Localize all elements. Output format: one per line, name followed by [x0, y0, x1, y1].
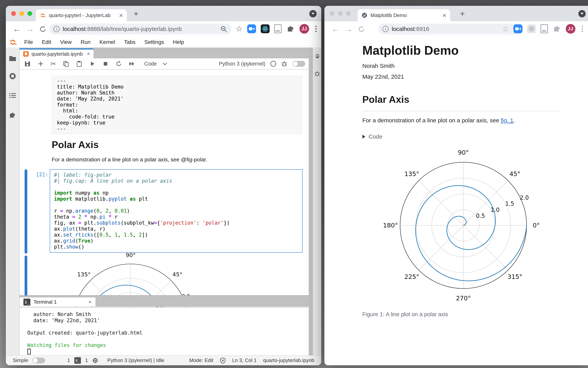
menu-tabs[interactable]: Tabs: [120, 39, 140, 45]
reload-button[interactable]: [39, 26, 47, 33]
figure-link[interactable]: fig. 1: [501, 117, 513, 123]
menu-kernel[interactable]: Kernel: [95, 39, 120, 45]
terminal-tab[interactable]: $_ Terminal 1 ×: [19, 297, 96, 306]
jupyter-favicon-icon: [40, 12, 46, 18]
browser-menu-icon[interactable]: [580, 26, 585, 32]
mode-indicator[interactable]: Mode: Edit: [189, 357, 213, 363]
notebook-file-icon: [23, 51, 29, 57]
bookmark-star-icon[interactable]: ☆: [236, 24, 242, 33]
document-extension-icon[interactable]: [274, 24, 282, 33]
extensions-puzzle-icon[interactable]: [553, 25, 561, 33]
run-cell-button[interactable]: [89, 61, 96, 67]
menu-help[interactable]: Help: [168, 39, 189, 45]
zoom-extension-icon[interactable]: [247, 24, 256, 33]
tab-search-button[interactable]: [309, 10, 317, 17]
chevron-down-icon: [311, 13, 315, 15]
running-kernels-icon[interactable]: [9, 72, 17, 80]
restart-run-all-button[interactable]: [128, 61, 135, 67]
cut-cell-button[interactable]: ✂: [50, 60, 56, 68]
new-tab-button[interactable]: +: [134, 9, 139, 18]
save-button[interactable]: [24, 61, 31, 67]
close-window-button[interactable]: [11, 11, 16, 16]
tab-close-icon[interactable]: ×: [443, 12, 446, 18]
toolbar-bug-icon[interactable]: [281, 61, 287, 67]
react-devtools-icon[interactable]: [527, 24, 536, 33]
kernel-chip-icon[interactable]: [92, 357, 98, 364]
bookmark-star-icon[interactable]: ☆: [502, 24, 509, 33]
property-inspector-gear-icon[interactable]: [314, 53, 320, 59]
code-cell[interactable]: #| label: fig-polar#| fig.cap: A line pl…: [50, 169, 302, 253]
table-of-contents-icon[interactable]: [9, 92, 17, 99]
browser-tab-matplotlib-demo[interactable]: Matplotlib Demo ×: [358, 9, 450, 21]
kernel-name[interactable]: Python 3 (ipykernel): [219, 61, 265, 67]
forward-button[interactable]: →: [26, 24, 34, 34]
react-devtools-icon[interactable]: [261, 24, 270, 33]
tab-close-icon[interactable]: ×: [119, 12, 123, 18]
paste-cell-button[interactable]: [76, 61, 82, 67]
copy-cell-button[interactable]: [63, 61, 69, 67]
svg-text:1.0: 1.0: [491, 207, 500, 213]
cell-type-chevron-icon[interactable]: [163, 61, 167, 65]
document-extension-icon[interactable]: [540, 24, 548, 33]
menu-edit[interactable]: Edit: [37, 39, 56, 45]
window-titlebar[interactable]: quarto-jupyterl - JupyterLab × +: [6, 6, 321, 21]
notebook-tab[interactable]: quarto-jupyterlab.ipynb ×: [19, 48, 94, 58]
profile-avatar[interactable]: JJ: [299, 24, 309, 34]
terminal-tab-close-icon[interactable]: ×: [88, 299, 92, 305]
profile-avatar[interactable]: JJ: [566, 24, 575, 34]
extension-manager-icon[interactable]: [9, 111, 17, 119]
output-collapser[interactable]: [25, 256, 27, 302]
back-button[interactable]: ←: [331, 24, 339, 34]
svg-text:2.0: 2.0: [520, 194, 529, 201]
zoom-window-button[interactable]: [346, 11, 351, 16]
code-fold-toggle[interactable]: Code: [362, 133, 382, 140]
terminal-count-icon[interactable]: $_: [74, 357, 81, 364]
tab-search-button[interactable]: [578, 10, 586, 17]
interrupt-kernel-button[interactable]: [102, 61, 109, 67]
reload-button[interactable]: [358, 26, 365, 33]
terminal-output[interactable]: author: Norah Smith date: 'May 22nd, 202…: [19, 307, 309, 355]
extensions-puzzle-icon[interactable]: [286, 25, 295, 33]
restart-kernel-button[interactable]: [115, 61, 122, 67]
site-info-icon[interactable]: i: [53, 26, 60, 32]
menu-file[interactable]: File: [20, 39, 37, 45]
site-info-icon[interactable]: i: [382, 26, 389, 32]
yaml-frontmatter-cell[interactable]: ---title: Matplotlib Demoauthor: Norah S…: [52, 76, 302, 134]
kernel-status-text[interactable]: Python 3 (ipykernel) | Idle: [107, 357, 164, 363]
svg-text:90°: 90°: [125, 252, 135, 258]
zoom-window-button[interactable]: [28, 11, 32, 16]
cell-type-dropdown[interactable]: Code: [145, 61, 157, 67]
notebook-toolbar: ✂ Code Python 3 (ipykernel): [19, 58, 309, 69]
window-titlebar[interactable]: Matplotlib Demo × +: [324, 6, 588, 21]
back-button[interactable]: ←: [13, 24, 21, 34]
minimize-window-button[interactable]: [338, 11, 343, 16]
menu-settings[interactable]: Settings: [140, 39, 168, 45]
execution-prompt: [2]:: [27, 172, 48, 177]
simple-mode-toggle[interactable]: [32, 358, 45, 363]
zoom-extension-icon[interactable]: [513, 24, 522, 33]
menu-run[interactable]: Run: [76, 39, 95, 45]
panel-resize-handle[interactable]: [19, 295, 309, 297]
new-tab-button[interactable]: +: [460, 9, 465, 18]
forward-button[interactable]: →: [345, 24, 353, 34]
minimize-window-button[interactable]: [19, 11, 24, 16]
kernel-status-icon[interactable]: [270, 61, 276, 67]
menu-view[interactable]: View: [56, 39, 76, 45]
address-bar[interactable]: i localhost:8888/lab/tree/quarto-jupyter…: [49, 24, 231, 34]
code-fold-label: Code: [368, 133, 382, 140]
cell-collapser[interactable]: [25, 169, 27, 254]
terminal-tabbar: $_ Terminal 1 ×: [19, 297, 309, 306]
add-cell-button[interactable]: [37, 61, 44, 67]
cursor-position[interactable]: Ln 3, Col 1: [232, 357, 257, 363]
file-browser-icon[interactable]: [9, 55, 17, 62]
browser-menu-icon[interactable]: [314, 26, 318, 32]
notebook-tab-close-icon[interactable]: ×: [87, 51, 90, 57]
trust-shield-icon[interactable]: [220, 357, 226, 364]
yaml-line: keep-ipynb: true: [57, 120, 297, 126]
close-window-button[interactable]: [330, 11, 335, 16]
debugger-bug-icon[interactable]: [314, 71, 320, 76]
zoom-out-page-icon[interactable]: [220, 26, 227, 32]
browser-tab-jupyterlab[interactable]: quarto-jupyterl - JupyterLab ×: [36, 9, 127, 21]
url-text: localhost:6916: [392, 26, 429, 32]
debugger-toggle[interactable]: [292, 61, 305, 67]
